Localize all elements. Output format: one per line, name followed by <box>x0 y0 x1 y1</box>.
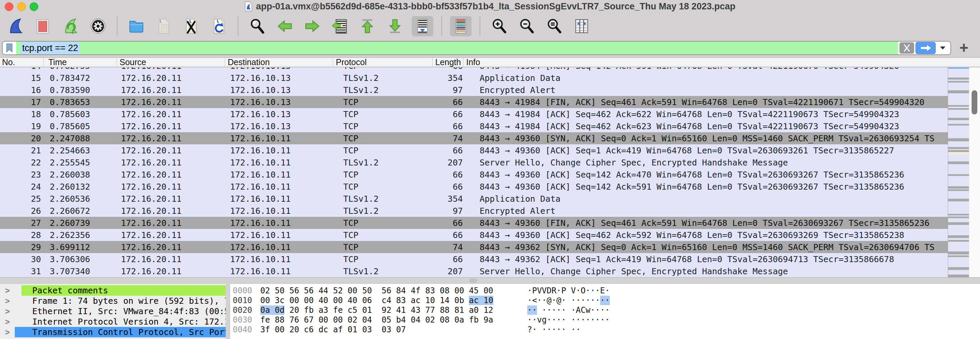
hex-bytes-segment: 3f 00 20 c6 dc af 01 03 03 07 <box>260 325 406 334</box>
resize-columns-button[interactable] <box>571 16 592 36</box>
cell-proto: TCP <box>333 97 433 107</box>
detail-row-ethernet[interactable]: >Ethernet II, Src: VMware_84:4f:83 (00:5 <box>0 306 226 317</box>
packet-row[interactable]: 252.260536172.16.20.11172.16.10.11TLSv1.… <box>0 193 948 205</box>
start-capture-button[interactable] <box>5 16 26 36</box>
lower-panes: >Packet comments>Frame 1: 74 bytes on wi… <box>0 284 980 339</box>
cell-src: 172.16.20.11 <box>117 230 225 240</box>
go-forward-button[interactable] <box>302 16 323 36</box>
colorize-button[interactable] <box>450 16 471 36</box>
go-to-packet-button[interactable] <box>329 16 351 36</box>
close-window-button[interactable] <box>5 2 13 11</box>
hex-line[interactable]: 00403f 00 20 c6 dc af 01 03 03 07?· ····… <box>230 325 980 335</box>
expand-chevron-icon[interactable]: > <box>0 296 15 306</box>
detail-label: Frame 1: 74 bytes on wire (592 bits), 7 <box>15 296 226 306</box>
minimize-window-button[interactable] <box>17 2 26 11</box>
packet-row[interactable]: 150.783472172.16.20.11172.16.10.13TLSv1.… <box>0 72 948 84</box>
stop-capture-button[interactable] <box>32 16 54 36</box>
cell-proto: TLSv1.2 <box>333 266 433 276</box>
cell-len: 74 <box>433 134 463 143</box>
capture-options-button[interactable] <box>88 16 109 36</box>
close-file-button[interactable]: 010100110101110 <box>181 16 202 36</box>
detail-row-packet[interactable]: >Packet comments <box>0 285 226 296</box>
restart-capture-button[interactable] <box>60 16 81 36</box>
cell-time: 2.247088 <box>44 134 117 143</box>
zoom-out-button[interactable] <box>516 16 537 36</box>
column-header-info[interactable]: Info <box>463 58 980 67</box>
packet-row[interactable]: 212.254663172.16.20.11172.16.10.11TCP668… <box>0 144 948 157</box>
display-filter-input[interactable]: tcp.port == 22 <box>16 42 898 54</box>
column-header-time[interactable]: Time <box>44 58 117 67</box>
hex-ascii: ·· ····· ·ACw···· <box>527 306 610 315</box>
column-header-length[interactable]: Length <box>433 58 463 67</box>
resize-columns-icon <box>573 17 590 35</box>
intelligent-scrollbar-minimap[interactable] <box>948 68 969 277</box>
colorize-icon <box>452 17 469 35</box>
packet-row[interactable]: 282.262356172.16.20.11172.16.10.11TCP668… <box>0 229 948 241</box>
hex-ascii-segment: ·<··@·@· ······ <box>527 296 600 305</box>
cell-info: 8443 → 49360 [ACK] Seq=142 Ack=591 Win=6… <box>463 182 904 192</box>
vertical-scrollbar-thumb[interactable] <box>972 90 977 114</box>
packet-row[interactable]: 160.783590172.16.20.11172.16.10.13TLSv1.… <box>0 84 948 96</box>
hex-line[interactable]: 0030fe 88 76 67 00 00 02 04 05 b4 04 02 … <box>230 315 980 325</box>
expand-chevron-icon[interactable]: > <box>0 285 15 296</box>
packet-row[interactable]: 222.255545172.16.20.11172.16.10.11TLSv1.… <box>0 157 948 168</box>
packet-row[interactable]: 232.260038172.16.20.11172.16.10.11TCP668… <box>0 168 948 181</box>
go-last-button[interactable] <box>384 16 406 36</box>
cell-info: 8443 → 49360 [SYN, ACK] Seq=0 Ack=1 Win=… <box>463 134 935 143</box>
add-filter-button[interactable]: + <box>956 40 971 56</box>
find-packet-button[interactable] <box>247 16 268 36</box>
packet-row[interactable]: 202.247088172.16.20.11172.16.10.11TCP748… <box>0 132 948 144</box>
apply-filter-button[interactable] <box>916 42 935 54</box>
hex-bytes: 00 3c 00 00 40 00 40 06 c4 83 ac 10 14 0… <box>260 296 495 306</box>
go-first-button[interactable] <box>357 16 378 36</box>
cell-no: 14 <box>0 68 44 71</box>
column-header-no[interactable]: No. <box>0 58 44 67</box>
horizontal-scrollbar-track[interactable] <box>0 277 980 284</box>
zoom-in-button[interactable] <box>488 16 510 36</box>
expand-chevron-icon[interactable]: > <box>0 306 15 317</box>
packet-row[interactable]: 313.707340172.16.20.11172.16.10.11TLSv1.… <box>0 265 948 277</box>
cell-proto: TLSv1.2 <box>333 73 433 83</box>
column-header-protocol[interactable]: Protocol <box>333 58 433 67</box>
expand-chevron-icon[interactable]: > <box>0 327 15 337</box>
detail-row-frame[interactable]: >Frame 1: 74 bytes on wire (592 bits), 7 <box>0 296 226 306</box>
detail-row-transmission[interactable]: >Transmission Control Protocol, Src Port <box>0 327 226 337</box>
display-filter-field[interactable]: tcp.port == 22 <box>2 41 951 55</box>
packet-row[interactable]: 170.783653172.16.20.11172.16.10.13TCP668… <box>0 96 948 108</box>
packet-row[interactable]: 140.782755172.16.20.11172.16.10.13TCP668… <box>0 68 948 72</box>
reload-file-button[interactable]: 01110 <box>208 16 230 36</box>
packet-row[interactable]: 242.260132172.16.20.11172.16.10.11TCP668… <box>0 181 948 193</box>
zoom-100-button[interactable] <box>543 16 565 36</box>
packet-row[interactable]: 293.699112172.16.20.11172.16.10.11TCP748… <box>0 241 948 253</box>
hex-line[interactable]: 00200a 0d 20 fb a3 fe c5 01 92 41 43 77 … <box>230 306 980 315</box>
clear-filter-button[interactable] <box>899 42 914 54</box>
detail-row-internet[interactable]: >Internet Protocol Version 4, Src: 172.1 <box>0 317 226 327</box>
zoom-window-button[interactable] <box>30 2 38 11</box>
go-back-button[interactable] <box>274 16 296 36</box>
cell-proto: TCP <box>333 146 433 155</box>
cell-no: 20 <box>0 134 44 143</box>
filter-bookmark-icon[interactable] <box>3 43 16 53</box>
hex-offset: 0000 <box>233 286 253 296</box>
save-file-button[interactable]: 010100110101110 <box>153 16 175 36</box>
column-header-source[interactable]: Source <box>117 58 225 67</box>
horizontal-scrollbar-thumb[interactable] <box>469 279 477 283</box>
filter-history-chevron-icon[interactable] <box>939 46 947 50</box>
column-header-destination[interactable]: Destination <box>225 58 333 67</box>
packet-row[interactable]: 190.785605172.16.20.11172.16.10.13TCP668… <box>0 120 948 132</box>
pcap-document-icon <box>245 2 253 11</box>
minimap-stripe <box>948 240 969 242</box>
vertical-scrollbar-track[interactable] <box>969 68 980 277</box>
hex-line[interactable]: 001000 3c 00 00 40 00 40 06 c4 83 ac 10 … <box>230 296 980 306</box>
packet-row[interactable]: 180.785603172.16.20.11172.16.10.13TCP668… <box>0 108 948 120</box>
expand-chevron-icon[interactable]: > <box>0 317 15 327</box>
hex-line[interactable]: 000002 50 56 56 44 52 00 50 56 84 4f 83 … <box>230 286 980 296</box>
cell-src: 172.16.20.11 <box>117 170 225 179</box>
packet-row[interactable]: 262.260672172.16.20.11172.16.10.11TLSv1.… <box>0 205 948 217</box>
cell-proto: TCP <box>333 182 433 192</box>
packet-row[interactable]: 303.706306172.16.20.11172.16.10.11TCP668… <box>0 253 948 265</box>
auto-scroll-button[interactable] <box>412 16 433 36</box>
open-file-button[interactable] <box>126 16 147 36</box>
packet-row[interactable]: 272.260739172.16.20.11172.16.10.11TCP668… <box>0 217 948 229</box>
cell-dst: 172.16.10.11 <box>225 254 333 264</box>
